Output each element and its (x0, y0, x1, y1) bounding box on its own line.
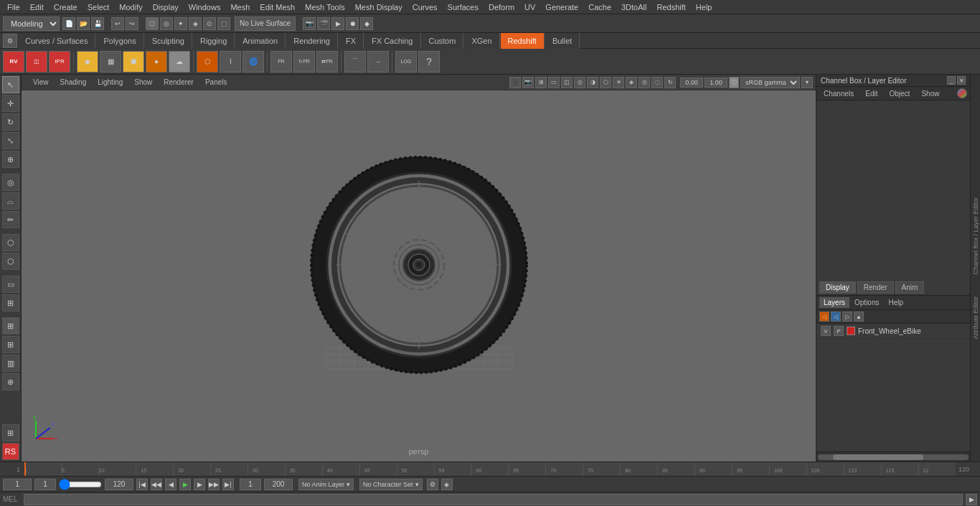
grid-layout2-btn[interactable]: ▥ (2, 355, 19, 372)
marquee-select-btn[interactable]: ▭ (2, 276, 19, 293)
gamma-expand-btn[interactable]: ▾ (801, 77, 813, 88)
lighting2-btn[interactable]: ☀ (613, 77, 624, 88)
plus-btn[interactable]: ⊕ (2, 373, 19, 390)
film-gate-btn[interactable]: ▭ (548, 77, 560, 88)
prev-frame-btn[interactable]: ◀◀ (151, 479, 162, 490)
options-subtab[interactable]: Options (850, 297, 883, 308)
vp-panels-menu[interactable]: Panels (202, 78, 230, 87)
open-file-btn[interactable]: 📂 (77, 17, 90, 30)
cam-btn[interactable]: 🎥 (509, 77, 521, 88)
camera-btn[interactable]: 📷 (303, 17, 316, 30)
shelf-bowl-btn[interactable]: ⌒ (344, 51, 366, 72)
shelf-diamond-btn[interactable]: ◆ (77, 51, 98, 72)
render-icon[interactable]: 🎬 (317, 17, 330, 30)
layer-add-sel-btn[interactable]: ◁ (831, 311, 841, 322)
shelf-ipr1-btn[interactable]: ◫ (26, 51, 47, 72)
tab-xgen[interactable]: XGen (464, 33, 499, 49)
no-anim-layer-dropdown[interactable]: No Anim Layer ▾ (298, 479, 354, 490)
shelf-drop-btn[interactable]: ⬟ (123, 51, 144, 72)
render2-icon[interactable]: ▶ (331, 17, 344, 30)
coord-y-input[interactable] (705, 78, 727, 88)
redo-btn[interactable]: ↪ (126, 17, 138, 30)
menu-generate[interactable]: Generate (541, 1, 583, 13)
gamma-select[interactable]: sRGB gamma (740, 77, 800, 88)
menu-cache[interactable]: Cache (584, 1, 616, 13)
resolution-btn[interactable]: ◫ (561, 77, 573, 88)
lasso-select-btn[interactable]: ⌓ (2, 192, 19, 210)
vp-view-menu[interactable]: View (30, 78, 52, 87)
tab-settings-btn[interactable]: ⚙ (3, 34, 17, 48)
hud-btn[interactable]: ◎ (574, 77, 585, 88)
grid-toggle-btn[interactable]: ⊞ (535, 77, 547, 88)
menu-mesh-tools[interactable]: Mesh Tools (301, 1, 349, 13)
select-mode-btn[interactable]: ⬡ (146, 17, 159, 30)
vp-shading-menu[interactable]: Shading (57, 78, 90, 87)
render-tab[interactable]: Render (857, 281, 894, 294)
move-tool-btn[interactable]: ✛ (2, 95, 19, 112)
next-btn[interactable]: ▶ (194, 479, 205, 490)
menu-create[interactable]: Create (50, 1, 82, 13)
save-file-btn[interactable]: 💾 (91, 17, 104, 30)
mel-run-btn[interactable]: ▶ (966, 494, 977, 505)
tab-sculpting[interactable]: Sculpting (145, 33, 192, 49)
frame-slider[interactable] (59, 480, 102, 489)
play-btn[interactable]: ▶ (179, 479, 191, 490)
grid-snap-btn[interactable]: ⬚ (217, 17, 230, 30)
menu-curves[interactable]: Curves (408, 1, 442, 13)
menu-surfaces[interactable]: Surfaces (443, 1, 483, 13)
panel-minimize-btn[interactable]: _ (947, 76, 956, 85)
tab-animation[interactable]: Animation (235, 33, 286, 49)
menu-mesh-display[interactable]: Mesh Display (351, 1, 407, 13)
timeline-track[interactable]: 1 5 10 15 20 25 30 35 40 45 50 55 60 65 … (24, 462, 956, 476)
help-subtab[interactable]: Help (884, 297, 908, 308)
range-start-input[interactable] (34, 479, 56, 490)
tab-polygons[interactable]: Polygons (96, 33, 143, 49)
menu-display[interactable]: Display (149, 1, 183, 13)
coord-x-input[interactable] (680, 78, 703, 88)
tab-custom[interactable]: Custom (422, 33, 464, 49)
shelf-ipr2-btn[interactable]: IPR (49, 51, 70, 72)
shelf-cloud-btn[interactable]: ☁ (169, 51, 190, 72)
menu-modify[interactable]: Modify (115, 1, 146, 13)
show-tab[interactable]: Show (917, 89, 943, 98)
menu-edit-mesh[interactable]: Edit Mesh (255, 1, 299, 13)
snap-btn[interactable]: ✦ (174, 17, 187, 30)
layer-color-swatch[interactable] (847, 327, 855, 335)
rotate-tool-btn[interactable]: ↻ (2, 113, 19, 131)
shelf-cube-btn[interactable]: ⬡ (197, 51, 218, 72)
scale-tool-btn[interactable]: ⤡ (2, 132, 19, 149)
shelf-twist-btn[interactable]: 🌀 (242, 51, 264, 72)
ao-btn[interactable]: ◎ (639, 77, 650, 88)
panel-close-btn[interactable]: ✕ (957, 76, 966, 85)
shelf-pipe-btn[interactable]: ⌇ (220, 51, 241, 72)
menu-deform[interactable]: Deform (484, 1, 519, 13)
menu-help[interactable]: Help (692, 1, 717, 13)
select-tool-btn[interactable]: ↖ (2, 76, 19, 93)
menu-windows[interactable]: Windows (184, 1, 225, 13)
edit-tab[interactable]: Edit (861, 89, 882, 98)
aa-btn[interactable]: ◌ (651, 77, 663, 88)
go-to-start-btn[interactable]: |◀ (136, 479, 148, 490)
shading-btn[interactable]: ◑ (587, 77, 598, 88)
viewport-canvas[interactable]: x y z persp (22, 90, 816, 462)
undo-btn[interactable]: ↩ (111, 17, 124, 30)
paint-btn[interactable]: ✏ (2, 211, 19, 228)
magnet-btn[interactable]: ◈ (189, 17, 202, 30)
mel-input[interactable] (24, 494, 963, 505)
grid-layout-btn[interactable]: ⊞ (2, 336, 19, 353)
menu-mesh[interactable]: Mesh (226, 1, 254, 13)
shelf-grid-btn[interactable]: ▦ (100, 51, 121, 72)
timeline[interactable]: 1 (0, 462, 980, 476)
next-frame-btn[interactable]: ▶▶ (208, 479, 220, 490)
cam2-btn[interactable]: 📷 (522, 77, 534, 88)
vp-show-menu[interactable]: Show (131, 78, 155, 87)
texture-btn[interactable]: ⬡ (600, 77, 611, 88)
tab-bullet[interactable]: Bullet (545, 33, 580, 49)
display-tab[interactable]: Display (819, 281, 856, 294)
render4-icon[interactable]: ◆ (360, 17, 373, 30)
menu-uv[interactable]: UV (520, 1, 540, 13)
tab-rigging[interactable]: Rigging (193, 33, 235, 49)
range-end-input[interactable] (105, 479, 133, 490)
anim-start-input[interactable] (240, 479, 261, 490)
menu-edit[interactable]: Edit (26, 1, 48, 13)
